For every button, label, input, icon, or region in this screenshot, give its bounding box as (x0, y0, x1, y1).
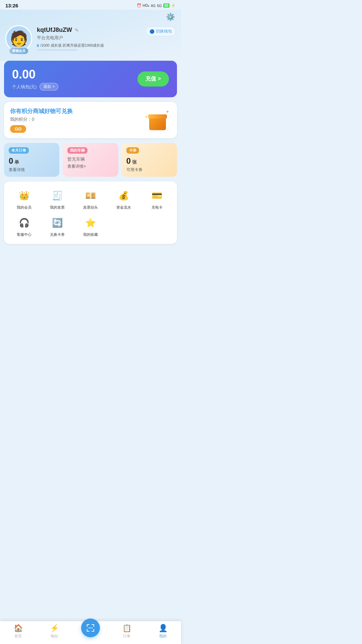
menu-item-exchange-coupon[interactable]: 🔄 兑换卡券 (41, 215, 74, 237)
profile-section: 🧑 青铜会员 kqtUfJ8uZW ✎ 平台充电用户 0 /1000 成长值 距… (5, 25, 176, 52)
wallet-info: 0.00 个人钱包(元) 退款 > (12, 67, 58, 91)
points-banner: 你有积分商城好物可兑换 我的积分：0 GO ✦ ✦ ⛶ (4, 102, 177, 138)
avatar-wrap: 🧑 青铜会员 (5, 25, 32, 52)
points-score: 我的积分：0 (10, 116, 73, 122)
menu-label-member: 我的会员 (17, 205, 32, 210)
menu-item-invoice-header[interactable]: 💴 发票抬头 (74, 188, 107, 210)
monthly-orders-value: 0 单 (9, 156, 55, 166)
growth-current: 0 (37, 44, 39, 48)
growth-row: 0 /1000 成长值 距离升级还需1000成长值 (37, 43, 141, 48)
topup-button[interactable]: 充值 > (137, 71, 169, 87)
growth-bar (37, 49, 77, 51)
refund-button[interactable]: 退款 > (40, 83, 58, 91)
menu-section: 👑 我的会员 🧾 我的发票 💴 发票抬头 💰 资金流水 💳 充电卡 🎧 客服中心… (4, 181, 177, 244)
menu-grid: 👑 我的会员 🧾 我的发票 💴 发票抬头 💰 资金流水 💳 充电卡 🎧 客服中心… (7, 188, 174, 237)
menu-item-invoice[interactable]: 🧾 我的发票 (41, 188, 74, 210)
menu-item-fund-flow[interactable]: 💰 资金流水 (107, 188, 140, 210)
menu-label-charge-card: 充电卡 (152, 205, 163, 210)
menu-label-invoice: 我的发票 (50, 205, 65, 210)
menu-icon-my-favorites: ⭐ (83, 215, 98, 230)
vehicles-label: 我的车辆 (67, 147, 87, 154)
coupons-value: 0 张 (126, 156, 172, 166)
edit-username-icon[interactable]: ✎ (75, 28, 79, 33)
go-button[interactable]: GO (10, 125, 26, 133)
username-label: kqtUfJ8uZW (37, 26, 72, 34)
user-type-label: 平台充电用户 (37, 35, 141, 41)
menu-icon-invoice: 🧾 (50, 188, 65, 203)
vehicles-empty: 暂无车辆 (67, 156, 113, 162)
menu-label-customer-service: 客服中心 (17, 232, 32, 237)
wallet-label-row: 个人钱包(元) 退款 > (12, 83, 58, 91)
menu-icon-customer-service: 🎧 (17, 215, 32, 230)
switch-wallet-button[interactable]: 🔵 切换钱包 (146, 26, 176, 36)
status-bar: 13:26 ⏰ HD₂ 4G 5G 50 ⚡ (0, 0, 181, 10)
vehicles-card[interactable]: 我的车辆 暂无车辆 查看详情> (63, 143, 118, 177)
monthly-orders-detail[interactable]: 查看详情 (9, 167, 55, 173)
points-image: ✦ ✦ ⛶ (144, 108, 171, 132)
points-title: 你有积分商城好物可兑换 (10, 107, 73, 115)
member-badge: 青铜会员 (9, 48, 28, 54)
main-content: 0.00 个人钱包(元) 退款 > 充值 > 你有积分商城好物可兑换 我的积分：… (0, 61, 181, 275)
menu-item-my-favorites[interactable]: ⭐ 我的收藏 (74, 215, 107, 237)
coupons-label: 卡券 (126, 147, 139, 154)
wallet-amount: 0.00 (12, 67, 58, 82)
wallet-label: 个人钱包(元) (12, 84, 37, 90)
switch-wallet-label: 切换钱包 (156, 29, 172, 34)
menu-label-exchange-coupon: 兑换卡券 (50, 232, 65, 237)
menu-item-customer-service[interactable]: 🎧 客服中心 (7, 215, 41, 237)
menu-icon-member: 👑 (17, 188, 32, 203)
settings-button[interactable]: ⚙️ (165, 12, 176, 22)
coupons-card[interactable]: 卡券 0 张 可用卡券 (122, 143, 177, 177)
menu-label-fund-flow: 资金流水 (116, 205, 131, 210)
monthly-orders-card[interactable]: 本月订单 0 单 查看详情 (4, 143, 59, 177)
vehicles-detail[interactable]: 查看详情> (67, 164, 113, 169)
menu-icon-invoice-header: 💴 (83, 188, 98, 203)
status-icons: ⏰ HD₂ 4G 5G 50 ⚡ (137, 3, 176, 8)
status-time: 13:26 (5, 3, 18, 8)
wallet-card: 0.00 个人钱包(元) 退款 > 充值 > (4, 61, 177, 97)
menu-item-member[interactable]: 👑 我的会员 (7, 188, 41, 210)
username-row: kqtUfJ8uZW ✎ (37, 26, 141, 34)
battery-indicator: 50 (163, 3, 170, 8)
menu-label-my-favorites: 我的收藏 (83, 232, 98, 237)
monthly-orders-label: 本月订单 (9, 147, 29, 154)
menu-icon-exchange-coupon: 🔄 (50, 215, 65, 230)
wallet-icon: 🔵 (149, 29, 155, 34)
menu-icon-charge-card: 💳 (149, 188, 164, 203)
coupons-desc: 可用卡券 (126, 167, 172, 173)
settings-row: ⚙️ (5, 10, 176, 25)
menu-label-invoice-header: 发票抬头 (83, 205, 98, 210)
menu-icon-fund-flow: 💰 (116, 188, 131, 203)
menu-item-charge-card[interactable]: 💳 充电卡 (140, 188, 174, 210)
stats-row: 本月订单 0 单 查看详情 我的车辆 暂无车辆 查看详情> 卡券 0 张 可用卡… (4, 143, 177, 177)
profile-info: kqtUfJ8uZW ✎ 平台充电用户 0 /1000 成长值 距离升级还需10… (37, 25, 141, 51)
header-section: ⚙️ 🧑 青铜会员 kqtUfJ8uZW ✎ 平台充电用户 0 /1000 成长… (0, 10, 181, 61)
